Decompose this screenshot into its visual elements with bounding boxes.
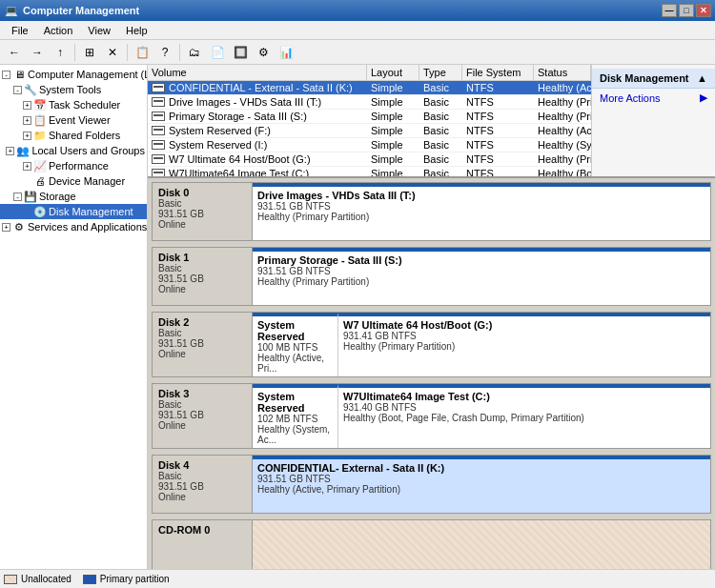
event-viewer-label: Event Viewer xyxy=(49,114,111,126)
disk-graphic-panel: Disk 0 Basic 931.51 GB Online Drive Imag… xyxy=(148,178,715,569)
table-row[interactable]: Primary Storage - Sata III (S:) Simple B… xyxy=(148,110,591,124)
chart-button[interactable]: 📊 xyxy=(276,43,296,62)
local-users-label: Local Users and Groups xyxy=(31,145,145,156)
col-status[interactable]: Status xyxy=(534,65,591,80)
collapse-icon[interactable]: ▲ xyxy=(697,72,707,84)
device-icon: 🖨 xyxy=(33,174,47,188)
volume-icon xyxy=(152,126,165,135)
tree-item-services[interactable]: + ⚙ Services and Applications xyxy=(0,219,147,234)
import-button[interactable]: 📄 xyxy=(207,43,228,62)
scheduler-icon: 📅 xyxy=(33,98,47,112)
partition[interactable]: Drive Images - VHDs Sata III (T:) 931.51… xyxy=(253,183,710,240)
disk-partitions: CONFIDENTIAL- External - Sata II (K:) 93… xyxy=(253,456,710,513)
tree-item-performance[interactable]: + 📈 Performance xyxy=(0,158,147,173)
app-icon: 💻 xyxy=(4,3,19,18)
tree-item-shared-folders[interactable]: + 📁 Shared Folders xyxy=(0,128,147,143)
col-type[interactable]: Type xyxy=(419,65,462,80)
event-viewer-toggle[interactable]: + xyxy=(23,116,31,125)
disk-label: Disk 2 Basic 931.51 GB Online xyxy=(153,313,253,376)
tree-root[interactable]: - 🖥 Computer Management (Local xyxy=(0,67,147,82)
disk-list-body: CONFIDENTIAL - External - Sata II (K:) S… xyxy=(148,81,591,176)
disk-graphic-row: Disk 0 Basic 931.51 GB Online Drive Imag… xyxy=(152,182,711,241)
toolbar-separator-2 xyxy=(127,44,128,61)
task-scheduler-toggle[interactable]: + xyxy=(23,101,31,110)
tree-item-local-users[interactable]: + 👥 Local Users and Groups xyxy=(0,143,147,158)
close-button[interactable]: ✕ xyxy=(696,4,711,17)
partition[interactable]: W7Ultimate64 Image Test (C:) 931.40 GB N… xyxy=(338,384,710,448)
table-row[interactable]: CONFIDENTIAL - External - Sata II (K:) S… xyxy=(148,81,591,95)
partition[interactable]: System Reserved 100 MB NTFS Healthy (Act… xyxy=(253,313,338,376)
tree-item-disk-management[interactable]: 💿 Disk Management xyxy=(0,204,147,219)
menubar: File Action View Help xyxy=(0,21,715,40)
disk-label: Disk 1 Basic 931.51 GB Online xyxy=(153,248,253,305)
options-button[interactable]: ⚙ xyxy=(253,43,274,62)
show-hide-button[interactable]: ⊞ xyxy=(79,43,100,62)
services-label: Services and Applications xyxy=(28,221,147,233)
tree-item-task-scheduler[interactable]: + 📅 Task Scheduler xyxy=(0,97,147,112)
table-row[interactable]: System Reserved (F:) Simple Basic NTFS H… xyxy=(148,124,591,138)
storage-toggle[interactable]: - xyxy=(13,193,22,201)
minimize-button[interactable]: — xyxy=(662,4,677,17)
volume-icon xyxy=(152,169,165,176)
local-users-toggle[interactable]: + xyxy=(6,147,14,155)
tree-root-toggle[interactable]: - xyxy=(2,71,10,79)
volume-icon xyxy=(152,83,165,92)
volume-icon xyxy=(152,112,165,121)
window-title: Computer Management xyxy=(23,5,662,16)
tree-item-storage[interactable]: - 💾 Storage xyxy=(0,189,147,204)
table-row[interactable]: System Reserved (I:) Simple Basic NTFS H… xyxy=(148,138,591,152)
table-row[interactable]: W7 Ultimate 64 Host/Boot (G:) Simple Bas… xyxy=(148,152,591,167)
tree-item-device-manager[interactable]: 🖨 Device Manager xyxy=(0,173,147,189)
shared-folders-toggle[interactable]: + xyxy=(23,132,31,140)
menu-help[interactable]: Help xyxy=(118,23,155,38)
legend-unallocated: Unallocated xyxy=(4,574,72,584)
menu-action[interactable]: Action xyxy=(36,23,81,38)
tree-item-system-tools[interactable]: - 🔧 System Tools xyxy=(0,82,147,97)
disk-list-panel: Volume Layout Type File System Status xyxy=(148,65,591,176)
shared-folders-label: Shared Folders xyxy=(49,130,120,141)
titlebar: 💻 Computer Management — □ ✕ xyxy=(0,0,715,21)
partition[interactable]: System Reserved 102 MB NTFS Healthy (Sys… xyxy=(253,384,338,448)
col-layout[interactable]: Layout xyxy=(367,65,419,80)
tools-icon: 🔧 xyxy=(24,83,37,96)
partition[interactable]: Primary Storage - Sata III (S:) 931.51 G… xyxy=(253,248,710,305)
volume-icon xyxy=(152,97,165,107)
view-button[interactable]: 🔲 xyxy=(230,43,251,62)
table-row[interactable]: Drive Images - VHDs Sata III (T:) Simple… xyxy=(148,95,591,110)
task-scheduler-label: Task Scheduler xyxy=(49,99,120,111)
tree-item-event-viewer[interactable]: + 📋 Event Viewer xyxy=(0,112,147,128)
event-icon: 📋 xyxy=(33,113,47,127)
window-controls: — □ ✕ xyxy=(662,4,711,17)
forward-button[interactable]: → xyxy=(27,43,48,62)
performance-toggle[interactable]: + xyxy=(23,162,31,171)
disk-label: CD-ROM 0 xyxy=(153,520,253,569)
system-tools-toggle[interactable]: - xyxy=(13,86,22,94)
storage-icon: 💾 xyxy=(24,190,37,203)
help-button[interactable]: ? xyxy=(154,43,175,62)
toolbar: ← → ↑ ⊞ ✕ 📋 ? 🗂 📄 🔲 ⚙ 📊 xyxy=(0,40,715,65)
col-volume[interactable]: Volume xyxy=(148,65,367,80)
col-filesystem[interactable]: File System xyxy=(462,65,534,80)
computer-icon: 🖥 xyxy=(12,68,26,81)
partition[interactable] xyxy=(253,520,710,569)
performance-label: Performance xyxy=(49,160,109,172)
back-button[interactable]: ← xyxy=(4,43,25,62)
services-toggle[interactable]: + xyxy=(2,223,10,232)
disk-partitions: Primary Storage - Sata III (S:) 931.51 G… xyxy=(253,248,710,305)
more-actions-arrow: ▶ xyxy=(700,91,707,104)
partition[interactable]: CONFIDENTIAL- External - Sata II (K:) 93… xyxy=(253,456,710,513)
up-button[interactable]: ↑ xyxy=(50,43,71,62)
menu-file[interactable]: File xyxy=(4,23,36,38)
maximize-button[interactable]: □ xyxy=(679,4,694,17)
menu-view[interactable]: View xyxy=(80,23,118,38)
delete-button[interactable]: ✕ xyxy=(102,43,123,62)
disk-partitions: Drive Images - VHDs Sata III (T:) 931.51… xyxy=(253,183,710,240)
volume-icon xyxy=(152,154,165,164)
main-container: - 🖥 Computer Management (Local - 🔧 Syste… xyxy=(0,65,715,569)
export-button[interactable]: 🗂 xyxy=(184,43,205,62)
table-row[interactable]: W7Ultimate64 Image Test (C:) Simple Basi… xyxy=(148,167,591,176)
partition[interactable]: W7 Ultimate 64 Host/Boot (G:) 931.41 GB … xyxy=(338,313,710,376)
disk-partitions xyxy=(253,520,710,569)
more-actions-item[interactable]: More Actions ▶ xyxy=(592,89,715,107)
properties-button[interactable]: 📋 xyxy=(132,43,153,62)
